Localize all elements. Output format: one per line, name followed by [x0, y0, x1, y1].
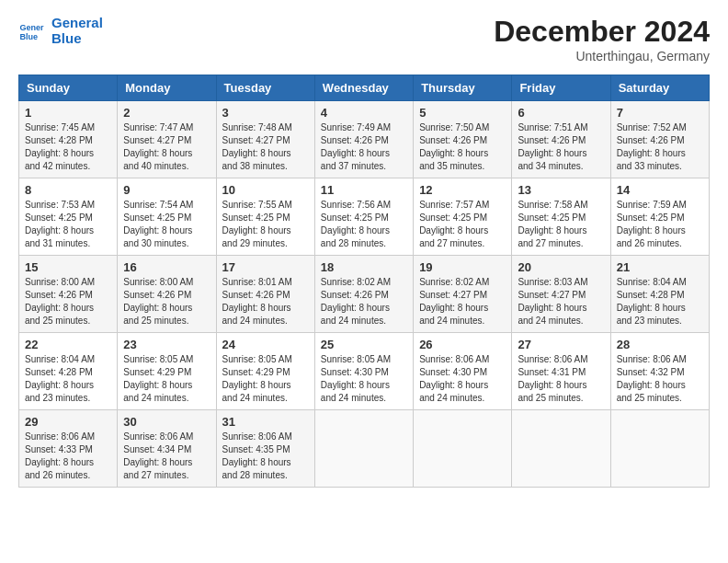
calendar-cell: 7 Sunrise: 7:52 AM Sunset: 4:26 PM Dayli… [610, 101, 709, 178]
day-number: 18 [321, 260, 407, 274]
day-info: Sunrise: 7:53 AM Sunset: 4:25 PM Dayligh… [25, 199, 111, 250]
day-info: Sunrise: 8:06 AM Sunset: 4:31 PM Dayligh… [518, 353, 604, 405]
calendar-cell: 12 Sunrise: 7:57 AM Sunset: 4:25 PM Dayl… [414, 178, 512, 256]
day-number: 13 [518, 183, 604, 197]
weekday-header-monday: Monday [118, 75, 216, 101]
day-number: 15 [25, 260, 111, 274]
day-number: 1 [25, 106, 111, 120]
day-number: 30 [123, 415, 210, 429]
calendar-cell: 19 Sunrise: 8:02 AM Sunset: 4:27 PM Dayl… [414, 256, 512, 333]
day-number: 23 [123, 338, 210, 351]
day-info: Sunrise: 7:56 AM Sunset: 4:25 PM Dayligh… [321, 199, 407, 250]
day-number: 27 [518, 338, 604, 351]
day-info: Sunrise: 8:05 AM Sunset: 4:29 PM Dayligh… [123, 353, 210, 405]
calendar-cell [610, 410, 709, 488]
day-info: Sunrise: 8:01 AM Sunset: 4:26 PM Dayligh… [222, 276, 309, 327]
day-info: Sunrise: 7:55 AM Sunset: 4:25 PM Dayligh… [222, 199, 309, 250]
day-number: 2 [123, 106, 210, 120]
calendar-cell: 28 Sunrise: 8:06 AM Sunset: 4:32 PM Dayl… [610, 333, 709, 410]
day-number: 12 [419, 183, 506, 197]
calendar-cell: 9 Sunrise: 7:54 AM Sunset: 4:25 PM Dayli… [118, 178, 216, 256]
day-number: 20 [518, 260, 604, 274]
calendar-cell: 11 Sunrise: 7:56 AM Sunset: 4:25 PM Dayl… [314, 178, 413, 256]
calendar-cell [414, 410, 512, 488]
weekday-header-friday: Friday [512, 75, 610, 101]
day-number: 31 [222, 415, 309, 429]
logo-blue: Blue [51, 30, 103, 46]
calendar-cell [314, 410, 413, 488]
day-info: Sunrise: 7:50 AM Sunset: 4:26 PM Dayligh… [419, 121, 506, 173]
logo-general: General [51, 15, 103, 30]
calendar-cell: 21 Sunrise: 8:04 AM Sunset: 4:28 PM Dayl… [610, 256, 709, 333]
svg-text:General: General [19, 23, 44, 32]
calendar-cell: 15 Sunrise: 8:00 AM Sunset: 4:26 PM Dayl… [19, 256, 118, 333]
day-number: 19 [419, 260, 506, 274]
day-info: Sunrise: 8:00 AM Sunset: 4:26 PM Dayligh… [123, 276, 210, 327]
day-info: Sunrise: 7:47 AM Sunset: 4:27 PM Dayligh… [123, 121, 210, 173]
calendar-cell: 20 Sunrise: 8:03 AM Sunset: 4:27 PM Dayl… [512, 256, 610, 333]
day-info: Sunrise: 8:05 AM Sunset: 4:30 PM Dayligh… [321, 353, 407, 405]
day-number: 17 [222, 260, 309, 274]
day-info: Sunrise: 7:59 AM Sunset: 4:25 PM Dayligh… [617, 199, 703, 250]
day-number: 10 [222, 183, 309, 197]
day-info: Sunrise: 8:03 AM Sunset: 4:27 PM Dayligh… [518, 276, 604, 327]
calendar-cell: 3 Sunrise: 7:48 AM Sunset: 4:27 PM Dayli… [216, 101, 314, 178]
day-number: 29 [25, 415, 111, 429]
day-number: 11 [321, 183, 407, 197]
calendar-cell: 6 Sunrise: 7:51 AM Sunset: 4:26 PM Dayli… [512, 101, 610, 178]
month-title: December 2024 [494, 15, 710, 49]
day-number: 9 [123, 183, 210, 197]
day-info: Sunrise: 8:02 AM Sunset: 4:26 PM Dayligh… [321, 276, 407, 327]
day-info: Sunrise: 7:58 AM Sunset: 4:25 PM Dayligh… [518, 199, 604, 250]
day-info: Sunrise: 7:51 AM Sunset: 4:26 PM Dayligh… [518, 121, 604, 173]
day-number: 26 [419, 338, 506, 351]
day-info: Sunrise: 8:05 AM Sunset: 4:29 PM Dayligh… [222, 353, 309, 405]
day-number: 16 [123, 260, 210, 274]
calendar-cell: 18 Sunrise: 8:02 AM Sunset: 4:26 PM Dayl… [314, 256, 413, 333]
day-info: Sunrise: 8:06 AM Sunset: 4:32 PM Dayligh… [617, 353, 703, 405]
calendar-cell: 27 Sunrise: 8:06 AM Sunset: 4:31 PM Dayl… [512, 333, 610, 410]
day-info: Sunrise: 8:06 AM Sunset: 4:35 PM Dayligh… [222, 431, 309, 482]
day-info: Sunrise: 7:48 AM Sunset: 4:27 PM Dayligh… [222, 121, 309, 173]
day-info: Sunrise: 7:54 AM Sunset: 4:25 PM Dayligh… [123, 199, 210, 250]
calendar-cell: 30 Sunrise: 8:06 AM Sunset: 4:34 PM Dayl… [118, 410, 216, 488]
day-info: Sunrise: 7:45 AM Sunset: 4:28 PM Dayligh… [25, 121, 111, 173]
calendar-cell: 10 Sunrise: 7:55 AM Sunset: 4:25 PM Dayl… [216, 178, 314, 256]
day-number: 5 [419, 106, 506, 120]
calendar-cell: 17 Sunrise: 8:01 AM Sunset: 4:26 PM Dayl… [216, 256, 314, 333]
calendar-cell: 29 Sunrise: 8:06 AM Sunset: 4:33 PM Dayl… [19, 410, 118, 488]
day-info: Sunrise: 7:49 AM Sunset: 4:26 PM Dayligh… [321, 121, 407, 173]
calendar-cell: 23 Sunrise: 8:05 AM Sunset: 4:29 PM Dayl… [118, 333, 216, 410]
calendar-cell [512, 410, 610, 488]
weekday-header-sunday: Sunday [19, 75, 118, 101]
svg-text:Blue: Blue [19, 32, 38, 41]
calendar-table: SundayMondayTuesdayWednesdayThursdayFrid… [18, 75, 710, 488]
day-info: Sunrise: 8:06 AM Sunset: 4:33 PM Dayligh… [25, 431, 111, 482]
day-number: 21 [617, 260, 703, 274]
calendar-cell: 24 Sunrise: 8:05 AM Sunset: 4:29 PM Dayl… [216, 333, 314, 410]
day-info: Sunrise: 8:06 AM Sunset: 4:34 PM Dayligh… [123, 431, 210, 482]
calendar-cell: 1 Sunrise: 7:45 AM Sunset: 4:28 PM Dayli… [19, 101, 118, 178]
title-block: December 2024 Unterthingau, Germany [494, 15, 710, 63]
calendar-cell: 13 Sunrise: 7:58 AM Sunset: 4:25 PM Dayl… [512, 178, 610, 256]
day-number: 4 [321, 106, 407, 120]
calendar-cell: 16 Sunrise: 8:00 AM Sunset: 4:26 PM Dayl… [118, 256, 216, 333]
weekday-header-thursday: Thursday [414, 75, 512, 101]
day-info: Sunrise: 8:04 AM Sunset: 4:28 PM Dayligh… [25, 353, 111, 405]
calendar-cell: 22 Sunrise: 8:04 AM Sunset: 4:28 PM Dayl… [19, 333, 118, 410]
day-info: Sunrise: 8:06 AM Sunset: 4:30 PM Dayligh… [419, 353, 506, 405]
day-number: 6 [518, 106, 604, 120]
day-number: 8 [25, 183, 111, 197]
weekday-header-saturday: Saturday [610, 75, 709, 101]
calendar-cell: 14 Sunrise: 7:59 AM Sunset: 4:25 PM Dayl… [610, 178, 709, 256]
day-number: 25 [321, 338, 407, 351]
logo: General Blue General Blue [18, 15, 103, 46]
page-header: General Blue General Blue December 2024 … [18, 15, 710, 63]
day-number: 24 [222, 338, 309, 351]
logo-icon: General Blue [18, 17, 44, 43]
day-number: 28 [617, 338, 703, 351]
calendar-cell: 4 Sunrise: 7:49 AM Sunset: 4:26 PM Dayli… [314, 101, 413, 178]
calendar-cell: 26 Sunrise: 8:06 AM Sunset: 4:30 PM Dayl… [414, 333, 512, 410]
day-number: 22 [25, 338, 111, 351]
day-info: Sunrise: 8:02 AM Sunset: 4:27 PM Dayligh… [419, 276, 506, 327]
